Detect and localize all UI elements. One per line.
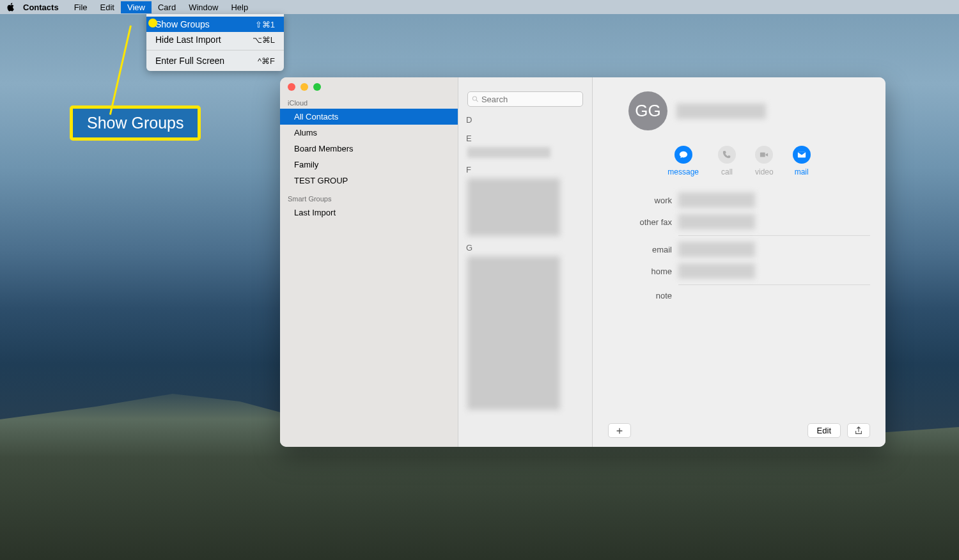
svg-line-1 [476,100,478,102]
annotation-label: Show Groups [87,114,183,132]
annotation-dot [148,19,157,27]
dropdown-item-shortcut: ⌥⌘L [253,35,275,45]
sidebar-item-label: TEST GROUP [294,176,348,185]
avatar-initials: GG [635,101,660,121]
sidebar-item-label: Family [294,160,318,169]
sidebar-item-label: Board Members [294,144,353,153]
svg-rect-2 [760,153,765,157]
dropdown-item-shortcut: ^⌘F [258,56,275,66]
redacted-field-value [678,192,755,208]
action-call[interactable]: call [718,146,736,176]
menu-file[interactable]: File [68,1,94,13]
redacted-field-value [678,214,755,229]
dropdown-item-shortcut: ⇧⌘1 [255,20,275,29]
action-label: message [667,167,699,176]
menubar: Contacts File Edit View Card Window Help [0,0,959,14]
dropdown-enter-full-screen[interactable]: Enter Full Screen ^⌘F [146,53,284,68]
search-icon [472,95,479,103]
menu-window[interactable]: Window [182,1,224,13]
field-label-email: email [608,245,672,254]
maximize-button[interactable] [313,83,321,91]
sidebar-item-family[interactable]: Family [280,157,458,173]
contact-list: D E F G [458,77,593,447]
call-icon [718,146,736,164]
message-icon [674,146,692,164]
redacted-contacts-block[interactable] [467,178,560,236]
sidebar-item-all-contacts[interactable]: All Contacts [280,109,458,125]
sidebar-item-last-import[interactable]: Last Import [280,205,458,221]
search-input[interactable] [481,95,579,104]
field-label-home: home [608,267,672,276]
section-letter-f: F [458,163,592,176]
sidebar-item-label: Last Import [294,208,336,217]
action-label: video [755,167,774,176]
apple-icon[interactable] [6,3,15,12]
app-name[interactable]: Contacts [23,3,59,12]
sidebar-header-icloud: iCloud [280,97,458,109]
dropdown-separator [146,50,284,51]
bottom-bar: Edit [593,423,885,438]
redacted-contacts-block[interactable] [467,256,560,410]
action-row: message call video mail [608,146,870,176]
menu-edit[interactable]: Edit [94,1,121,13]
field-label-note: note [608,291,672,300]
contact-detail: GG message call video mail [593,77,885,447]
dropdown-item-label: Hide Last Import [155,35,221,45]
field-separator [678,235,870,236]
sidebar-header-smart-groups: Smart Groups [280,192,458,205]
section-letter-e: E [458,132,592,145]
edit-button-label: Edit [817,426,831,435]
action-mail[interactable]: mail [793,146,811,176]
share-icon [854,426,863,435]
sidebar-item-label: Alums [294,128,317,137]
field-separator [678,284,870,285]
avatar[interactable]: GG [628,91,667,130]
dropdown-hide-last-import[interactable]: Hide Last Import ⌥⌘L [146,32,284,47]
contacts-window: iCloud All Contacts Alums Board Members … [280,77,885,447]
section-letter-d: D [458,113,592,127]
minimize-button[interactable] [300,83,308,91]
redacted-contact[interactable] [467,147,550,158]
sidebar-item-label: All Contacts [294,112,338,121]
share-button[interactable] [847,423,870,438]
redacted-field-value [678,242,755,257]
mail-icon [793,146,811,164]
sidebar-item-board-members[interactable]: Board Members [280,141,458,157]
desktop-background: Contacts File Edit View Card Window Help… [0,0,959,560]
dropdown-show-groups[interactable]: Show Groups ⇧⌘1 [146,17,284,32]
edit-button[interactable]: Edit [807,423,841,438]
dropdown-item-label: Show Groups [155,19,210,29]
add-contact-button[interactable] [608,423,631,438]
sidebar-item-test-group[interactable]: TEST GROUP [280,173,458,189]
menu-help[interactable]: Help [224,1,254,13]
plus-icon [615,426,624,435]
sidebar-item-alums[interactable]: Alums [280,125,458,141]
redacted-field-value [678,263,755,279]
redacted-name [676,104,766,119]
action-video[interactable]: video [755,146,774,176]
search-box[interactable] [467,91,583,107]
annotation-callout: Show Groups [70,105,201,141]
menu-view[interactable]: View [121,1,152,13]
traffic-lights [288,83,321,91]
action-label: mail [795,167,809,176]
field-label-other-fax: other fax [608,217,672,227]
dropdown-item-label: Enter Full Screen [155,56,224,66]
video-icon [755,146,773,164]
action-label: call [721,167,733,176]
groups-sidebar: iCloud All Contacts Alums Board Members … [280,77,458,447]
view-dropdown: Show Groups ⇧⌘1 Hide Last Import ⌥⌘L Ent… [146,14,284,71]
close-button[interactable] [288,83,295,91]
section-letter-g: G [458,241,592,254]
svg-point-0 [472,97,476,100]
annotation-line [109,26,132,115]
menu-card[interactable]: Card [152,1,182,13]
action-message[interactable]: message [667,146,699,176]
field-label-work: work [608,196,672,205]
